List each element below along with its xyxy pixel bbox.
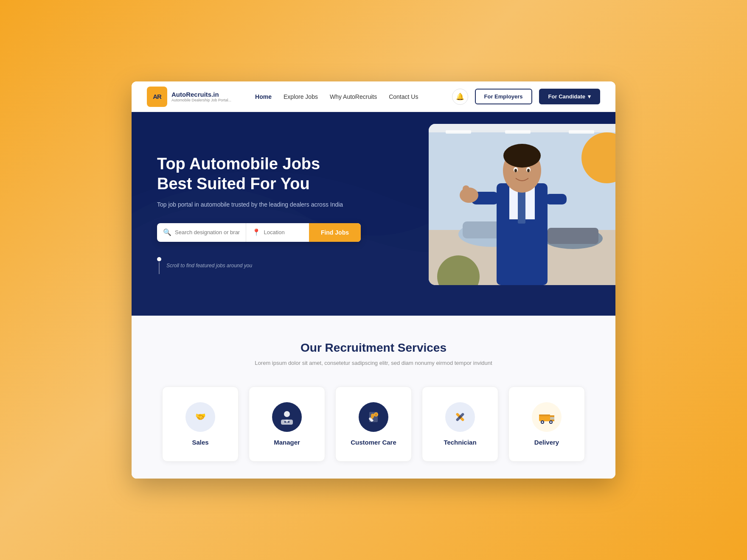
hero-content: Top Automobile Jobs Best Suited For You …: [132, 129, 386, 300]
services-grid: 🤝 Sales Manager: [149, 386, 598, 462]
scroll-hint: Scroll to find featured jobs around you: [157, 257, 361, 274]
hero-subtitle: Top job portal in automobile trusted by …: [157, 201, 361, 208]
scroll-line: [159, 262, 160, 274]
svg-rect-42: [539, 414, 550, 416]
location-input[interactable]: [264, 223, 303, 241]
svg-point-17: [514, 169, 517, 172]
search-field: 🔍: [157, 223, 246, 242]
svg-rect-35: [539, 415, 550, 421]
technician-icon-wrap: [445, 402, 475, 432]
svg-point-14: [503, 144, 541, 168]
for-candidate-label: For Candidate: [548, 93, 585, 100]
services-subtitle: Lorem ipsum dolor sit amet, consetetur s…: [149, 360, 598, 366]
customer-care-icon-wrap: !: [359, 402, 388, 432]
nav-explore-jobs[interactable]: Explore Jobs: [284, 93, 318, 100]
sales-label: Sales: [192, 439, 208, 446]
svg-rect-29: [286, 420, 288, 422]
for-employers-button[interactable]: For Employers: [475, 89, 532, 104]
logo-tagline: Automobile Dealership Job Portal...: [171, 98, 231, 102]
svg-rect-8: [505, 130, 531, 134]
svg-rect-37: [550, 417, 554, 420]
manager-icon: [278, 409, 295, 426]
wrench-icon: [452, 409, 469, 426]
delivery-truck-icon: [538, 409, 555, 426]
hero-title-line2: Best Suited For You: [157, 175, 310, 193]
customer-care-label: Customer Care: [351, 439, 396, 446]
location-icon: 📍: [252, 228, 261, 236]
hero-title: Top Automobile Jobs Best Suited For You: [157, 154, 361, 194]
service-card-sales[interactable]: 🤝 Sales: [162, 386, 239, 462]
phone-icon: !: [365, 409, 382, 426]
notification-bell-button[interactable]: 🔔: [452, 89, 468, 105]
service-card-delivery[interactable]: Delivery: [508, 386, 585, 462]
nav-why-autorecruits[interactable]: Why AutoRecruits: [330, 93, 377, 100]
svg-rect-22: [545, 194, 567, 204]
svg-rect-9: [569, 130, 594, 134]
logo[interactable]: AR AutoRecruits.in Automobile Dealership…: [147, 87, 231, 107]
nav-home[interactable]: Home: [255, 93, 272, 100]
logo-text: AutoRecruits.in Automobile Dealership Jo…: [171, 91, 231, 102]
browser-window: AR AutoRecruits.in Automobile Dealership…: [132, 81, 615, 479]
svg-point-41: [550, 421, 552, 423]
bell-icon: 🔔: [456, 92, 464, 101]
svg-point-39: [542, 421, 543, 423]
search-bar: 🔍 📍 Find Jobs: [157, 223, 361, 242]
location-field: 📍: [246, 223, 309, 242]
scroll-hint-text: Scroll to find featured jobs around you: [166, 263, 252, 269]
logo-icon: AR: [147, 87, 167, 107]
for-candidate-button[interactable]: For Candidate ▾: [539, 89, 600, 104]
svg-text:!: !: [376, 413, 376, 416]
services-title: Our Recruitment Services: [149, 341, 598, 355]
search-input[interactable]: [175, 223, 240, 241]
technician-label: Technician: [444, 439, 476, 446]
svg-point-25: [284, 411, 290, 417]
manager-label: Manager: [274, 439, 300, 446]
logo-name: AutoRecruits.in: [171, 91, 231, 98]
handshake-icon: 🤝: [193, 409, 208, 425]
scroll-indicator: [157, 257, 161, 274]
sales-icon-wrap: 🤝: [185, 402, 215, 432]
hero-image-area: [364, 112, 615, 316]
hero-title-line1: Top Automobile Jobs: [157, 155, 320, 173]
find-jobs-button[interactable]: Find Jobs: [309, 223, 361, 242]
hero-image-box: [429, 124, 615, 285]
search-icon: 🔍: [163, 228, 171, 236]
navbar: AR AutoRecruits.in Automobile Dealership…: [132, 81, 615, 112]
hero-section: Top Automobile Jobs Best Suited For You …: [132, 112, 615, 316]
service-card-manager[interactable]: Manager: [249, 386, 325, 462]
services-section: Our Recruitment Services Lorem ipsum dol…: [132, 316, 615, 479]
chevron-down-icon: ▾: [588, 93, 591, 100]
nav-contact-us[interactable]: Contact Us: [389, 93, 418, 100]
nav-right: 🔔 For Employers For Candidate ▾: [452, 89, 600, 105]
svg-rect-21: [463, 185, 469, 199]
svg-text:🤝: 🤝: [195, 412, 206, 422]
svg-point-18: [527, 169, 530, 172]
svg-rect-5: [548, 228, 598, 244]
manager-icon-wrap: [272, 402, 302, 432]
service-card-customer-care[interactable]: ! Customer Care: [335, 386, 412, 462]
service-card-technician[interactable]: Technician: [422, 386, 498, 462]
nav-links: Home Explore Jobs Why AutoRecruits Conta…: [255, 93, 438, 100]
delivery-label: Delivery: [534, 439, 559, 446]
scroll-dot: [157, 257, 161, 261]
delivery-icon-wrap: [532, 402, 562, 432]
svg-rect-7: [446, 130, 471, 134]
